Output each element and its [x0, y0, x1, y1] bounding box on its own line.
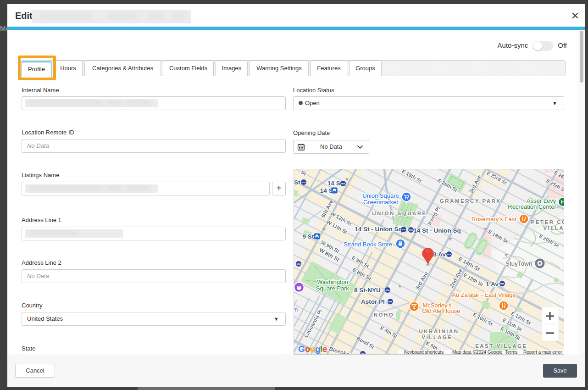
svg-text:GRAMERCY PARK: GRAMERCY PARK — [440, 198, 501, 204]
svg-text:1 Av: 1 Av — [486, 281, 499, 288]
svg-text:Map data ©2024 Google: Map data ©2024 Google — [452, 350, 503, 354]
svg-text:UKRAINIAN: UKRAINIAN — [419, 329, 459, 334]
svg-text:9 St: 9 St — [303, 233, 314, 240]
svg-text:g: g — [315, 344, 321, 354]
svg-text:VILLAG: VILLAG — [543, 225, 564, 231]
svg-text:Strand Book Store: Strand Book Store — [344, 241, 392, 248]
svg-text:e: e — [322, 344, 327, 354]
svg-text:Au Za'atar - East Village: Au Za'atar - East Village — [452, 291, 516, 298]
svg-text:EAST VILLAGE: EAST VILLAGE — [475, 343, 527, 349]
svg-text:St: St — [294, 179, 300, 186]
svg-text:Keyboard shortcuts: Keyboard shortcuts — [404, 350, 444, 354]
svg-text:o: o — [310, 344, 316, 354]
svg-text:3 Av: 3 Av — [433, 251, 446, 258]
svg-text:Terms: Terms — [505, 350, 517, 354]
svg-text:Washington: Washington — [317, 279, 348, 285]
svg-text:NOHO: NOHO — [374, 312, 394, 318]
svg-text:Report a map error: Report a map error — [523, 350, 562, 354]
svg-text:m: m — [294, 306, 298, 313]
svg-text:14 St: 14 St — [327, 180, 343, 187]
svg-text:Recreation Center: Recreation Center — [508, 203, 556, 210]
svg-text:o: o — [305, 344, 311, 354]
svg-text:14 St - Union Sq: 14 St - Union Sq — [413, 227, 461, 234]
svg-text:VILLAGE: VILLAGE — [422, 334, 452, 340]
svg-text:Rosemary's East: Rosemary's East — [472, 216, 516, 223]
svg-text:PETER CO: PETER CO — [531, 219, 564, 225]
svg-text:Astor Pl: Astor Pl — [361, 298, 385, 305]
svg-text:UNION SQUARE: UNION SQUARE — [372, 211, 427, 216]
svg-text:Old Ale House: Old Ale House — [422, 307, 460, 314]
svg-text:Union Square: Union Square — [362, 192, 399, 199]
svg-text:Greenmarket: Greenmarket — [363, 199, 398, 206]
svg-text:StuyTown: StuyTown — [505, 260, 533, 267]
svg-text:Square Park: Square Park — [316, 285, 349, 292]
svg-text:8 St-NYU: 8 St-NYU — [354, 287, 381, 294]
svg-text:14 St - Union Sq: 14 St - Union Sq — [355, 226, 402, 233]
svg-text:G: G — [298, 344, 305, 354]
